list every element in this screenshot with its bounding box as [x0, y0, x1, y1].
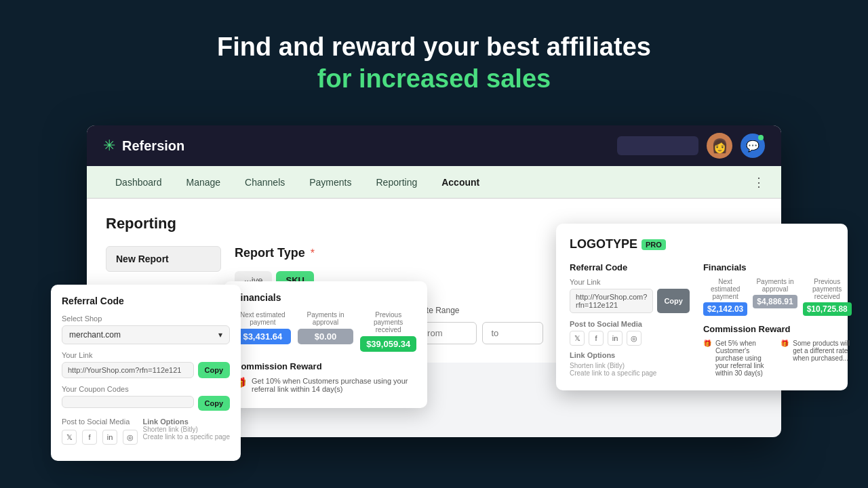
nav-manage[interactable]: Manage: [174, 166, 233, 199]
notification-dot: [758, 135, 764, 140]
pro-twitter-icon[interactable]: 𝕏: [570, 331, 585, 346]
received-item: Previous payments received $39,059.34: [360, 311, 416, 352]
coupon-row: Copy: [62, 396, 230, 411]
linkedin-icon[interactable]: in: [102, 430, 117, 445]
date-inputs: [416, 322, 543, 344]
received-label: Previous payments received: [360, 311, 416, 333]
hero-title-line1: Find and reward your best affiliates: [0, 33, 868, 62]
pro-logo-text: LOGOTYPE: [570, 237, 637, 251]
nav-reporting[interactable]: Reporting: [364, 166, 430, 199]
pro-content: Referral Code Your Link http://YourShop.…: [570, 262, 834, 377]
pro-social-icons: 𝕏 f in ◎: [570, 331, 690, 346]
pro-instagram-icon[interactable]: ◎: [627, 331, 642, 346]
hero-section: Find and reward your best affiliates for…: [0, 0, 868, 118]
pro-next-payment: Next estimated payment $2,142.03: [703, 278, 747, 316]
link-options-sub2: Create link to a specific page: [143, 433, 230, 441]
financials-row: Next estimated payment $3,431.64 Payment…: [235, 311, 416, 352]
date-range-group: Date Range: [416, 306, 543, 344]
pro-commission-text2: Some products will get a different rate …: [793, 340, 851, 362]
pro-gift-icon1: 🎁: [703, 340, 711, 347]
instagram-icon[interactable]: ◎: [123, 430, 138, 445]
pro-facebook-icon[interactable]: f: [589, 331, 604, 346]
financials-title: Financials: [235, 292, 416, 303]
next-payment-label: Next estimated payment: [235, 311, 291, 326]
app-logo: ✳ Refersion: [103, 137, 184, 155]
pro-link-input[interactable]: http://YourShop.com?rfn=112e121: [570, 289, 653, 313]
pro-link-opts-sub1: Shorten link (Bitly): [570, 362, 690, 369]
pro-left: Referral Code Your Link http://YourShop.…: [570, 262, 690, 377]
commission-title: Commission Reward: [235, 361, 416, 371]
pro-received-label: Previous payments received: [803, 278, 852, 300]
select-shop-label: Select Shop: [62, 314, 230, 323]
pro-right: Financials Next estimated payment $2,142…: [703, 262, 852, 377]
logo-icon: ✳: [103, 137, 115, 155]
avatar[interactable]: 👩: [707, 133, 732, 159]
pro-link-opts-sub2: Create link to a specific page: [570, 369, 690, 377]
coupon-section: Copy: [62, 396, 230, 411]
pro-badge: PRO: [642, 239, 666, 250]
nav-more-dots[interactable]: ⋮: [753, 175, 765, 190]
link-input[interactable]: http://YourShop.com?rfn=112e121: [62, 362, 194, 378]
shop-chevron: ▾: [218, 330, 222, 340]
pro-next-value: $2,142.03: [703, 302, 747, 316]
date-to-input[interactable]: [482, 322, 543, 344]
approval-value: $0.00: [298, 329, 354, 344]
pro-commission-text1: Get 5% when Customer's purchase using yo…: [715, 340, 774, 377]
nav-dashboard[interactable]: Dashboard: [103, 166, 174, 199]
facebook-icon[interactable]: f: [82, 430, 97, 445]
next-payment-item: Next estimated payment $3,431.64: [235, 311, 291, 352]
nav-channels[interactable]: Channels: [233, 166, 297, 199]
nav-payments[interactable]: Payments: [297, 166, 363, 199]
pro-fin-values: Next estimated payment $2,142.03 Payment…: [703, 278, 852, 316]
pro-next-label: Next estimated payment: [703, 278, 747, 300]
pro-approval: Payments in approval $4,886.91: [753, 278, 797, 316]
nav-account[interactable]: Account: [429, 166, 492, 199]
required-star: *: [311, 247, 315, 260]
report-type-label: Report Type: [235, 246, 305, 260]
approval-item: Payments in approval $0.00: [298, 311, 354, 352]
commission-item: 🎁 Get 10% when Customers purchase using …: [235, 377, 416, 393]
date-range-label: Date Range: [416, 306, 543, 315]
copy-link-button[interactable]: Copy: [198, 362, 231, 378]
app-header: ✳ Refersion 👩 💬: [87, 125, 781, 166]
card-referral: Referral Code Select Shop merchant.com ▾…: [51, 285, 241, 461]
logo-text: Refersion: [122, 138, 184, 154]
pro-social-title: Post to Social Media: [570, 320, 690, 328]
pro-linkedin-icon[interactable]: in: [608, 331, 623, 346]
pro-link-opts-label: Link Options: [570, 351, 690, 359]
pro-approval-value: $4,886.91: [753, 295, 797, 308]
notification-button[interactable]: 💬: [741, 134, 765, 158]
shop-value: merchant.com: [69, 330, 121, 340]
received-value: $39,059.34: [360, 336, 416, 352]
pro-commission-item2: 🎁 Some products will get a different rat…: [781, 340, 851, 377]
pro-approval-label: Payments in approval: [753, 278, 797, 293]
commission-text: Get 10% when Customers purchase using yo…: [252, 377, 416, 393]
pro-commission-title: Commission Reward: [703, 324, 852, 334]
pro-gift-icon2: 🎁: [781, 340, 789, 347]
card-referral-title: Referral Code: [62, 296, 230, 306]
coupon-label: Your Coupon Codes: [62, 385, 230, 393]
pro-referral-title: Referral Code: [570, 262, 690, 272]
shop-select[interactable]: merchant.com ▾: [62, 325, 230, 344]
post-social-label: Post to Social Media: [62, 418, 138, 426]
next-payment-value: $3,431.64: [235, 329, 291, 344]
pro-commission-item1: 🎁 Get 5% when Customer's purchase using …: [703, 340, 774, 377]
pro-received-value: $10,725.88: [803, 302, 852, 316]
coupon-input[interactable]: [62, 396, 194, 408]
card-pro: LOGOTYPE PRO Referral Code Your Link htt…: [556, 224, 848, 390]
search-bar[interactable]: [617, 136, 698, 155]
approval-label: Payments in approval: [298, 311, 354, 326]
link-options-label: Link Options: [143, 418, 230, 426]
pro-commission-items: 🎁 Get 5% when Customer's purchase using …: [703, 340, 852, 377]
your-link-label: Your Link: [62, 351, 230, 359]
card-financials: Financials Next estimated payment $3,431…: [224, 281, 427, 408]
hero-title-line2: for increased sales: [0, 64, 868, 94]
social-icons: 𝕏 f in ◎: [62, 430, 138, 445]
pro-received: Previous payments received $10,725.88: [803, 278, 852, 316]
copy-coupon-button[interactable]: Copy: [198, 396, 231, 411]
new-report-button[interactable]: New Report: [106, 246, 221, 272]
twitter-icon[interactable]: 𝕏: [62, 430, 77, 445]
pro-financials-title: Financials: [703, 262, 852, 272]
app-nav: Dashboard Manage Channels Payments Repor…: [87, 166, 781, 199]
pro-copy-button[interactable]: Copy: [657, 289, 690, 313]
